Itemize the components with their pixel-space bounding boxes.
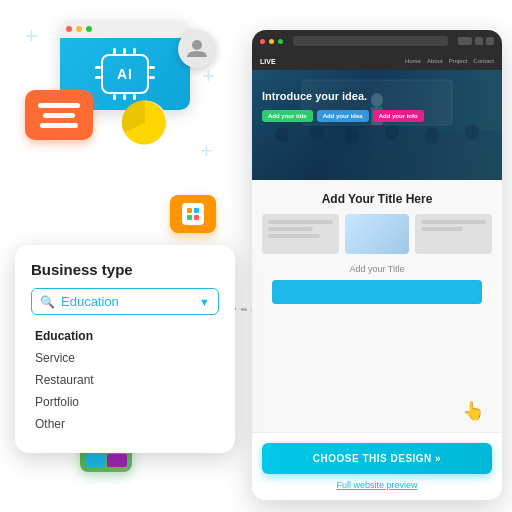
dropdown-arrow-icon[interactable]: ▼ (199, 296, 210, 308)
preview-dot-red (260, 39, 265, 44)
image-cell (107, 454, 127, 467)
preview-dot-yellow (269, 39, 274, 44)
ai-box: AI (101, 54, 149, 94)
nav-link-about: About (427, 58, 443, 64)
preview-url-bar (293, 36, 448, 46)
text-line (268, 220, 333, 224)
svg-rect-2 (187, 208, 192, 213)
sub-label: Add your Title (262, 264, 492, 274)
chip (133, 48, 136, 54)
hero-btn-3: Add your info (373, 110, 424, 122)
decorative-area: + + + AI (10, 10, 270, 250)
message-card (25, 90, 93, 140)
cursor-hand-icon: 👆 (462, 400, 484, 422)
dot-green (86, 26, 92, 32)
nav-logo: LIVE (260, 58, 276, 65)
preview-dot-green (278, 39, 283, 44)
list-item-restaurant[interactable]: Restaurant (35, 369, 219, 391)
msg-line (40, 123, 78, 128)
hero-title: Introduce your idea. (262, 90, 492, 102)
svg-point-11 (425, 127, 439, 143)
hero-content: Introduce your idea. Add your title Add … (252, 70, 502, 128)
settings-icon (182, 203, 204, 225)
svg-rect-6 (252, 130, 502, 180)
pie-chart (118, 95, 173, 150)
dot-red (66, 26, 72, 32)
plus-icon-2: + (202, 65, 215, 87)
add-title-btn (272, 280, 482, 304)
business-type-card: Business type 🔍 Education ▼ Education Se… (15, 245, 235, 453)
website-nav: LIVE Home About Project Contact (252, 52, 502, 70)
msg-line (38, 103, 80, 108)
text-line (268, 227, 313, 231)
choose-design-label: CHOOSE THIS DESIGN » (313, 453, 441, 464)
msg-line (43, 113, 75, 118)
settings-widget (170, 195, 216, 233)
hero-btn-2: Add your idea (317, 110, 369, 122)
svg-point-1 (192, 40, 202, 50)
text-line (421, 227, 463, 231)
image-cell (85, 454, 105, 467)
nav-link-home: Home (405, 58, 421, 64)
chip (95, 76, 101, 79)
search-input[interactable]: Education (61, 294, 193, 309)
search-row[interactable]: 🔍 Education ▼ (31, 288, 219, 315)
website-body: Add Your Title Here Add your Title (252, 180, 502, 432)
nav-links: Home About Project Contact (284, 58, 494, 64)
chip (123, 48, 126, 54)
plus-icon-3: + (200, 140, 213, 162)
choose-design-button[interactable]: CHOOSE THIS DESIGN » (262, 443, 492, 474)
chip (149, 76, 155, 79)
text-line (421, 220, 486, 224)
chip (113, 48, 116, 54)
content-block-text-2 (415, 214, 492, 254)
full-preview-link[interactable]: Full website preview (262, 480, 492, 490)
svg-rect-4 (187, 215, 192, 220)
nav-link-project: Project (449, 58, 468, 64)
browser-titlebar (60, 20, 190, 38)
business-list: Education Service Restaurant Portfolio O… (31, 325, 219, 435)
content-block-image (345, 214, 410, 254)
avatar (178, 30, 216, 68)
content-block-text-1 (262, 214, 339, 254)
list-item-portfolio[interactable]: Portfolio (35, 391, 219, 413)
list-item-service[interactable]: Service (35, 347, 219, 369)
cta-section: CHOOSE THIS DESIGN » Full website previe… (252, 432, 502, 500)
dot-yellow (76, 26, 82, 32)
svg-rect-5 (194, 215, 199, 220)
svg-rect-3 (194, 208, 199, 213)
chip (113, 94, 116, 100)
nav-link-contact: Contact (473, 58, 494, 64)
hero-buttons: Add your title Add your idea Add your in… (262, 110, 492, 122)
search-icon: 🔍 (40, 295, 55, 309)
business-card-title: Business type (31, 261, 219, 278)
content-blocks (262, 214, 492, 254)
list-item-education[interactable]: Education (35, 325, 219, 347)
list-item-other[interactable]: Other (35, 413, 219, 435)
ai-chips (103, 56, 147, 92)
text-line (268, 234, 320, 238)
svg-point-9 (345, 128, 359, 144)
hero-btn-1: Add your title (262, 110, 313, 122)
website-section-title: Add Your Title Here (262, 192, 492, 206)
svg-point-7 (275, 127, 289, 143)
chip (95, 66, 101, 69)
website-preview-panel: LIVE Home About Project Contact (252, 30, 502, 500)
preview-browser-bar (252, 30, 502, 52)
plus-icon-1: + (25, 25, 38, 47)
chip (149, 66, 155, 69)
hero-section: Introduce your idea. Add your title Add … (252, 70, 502, 180)
